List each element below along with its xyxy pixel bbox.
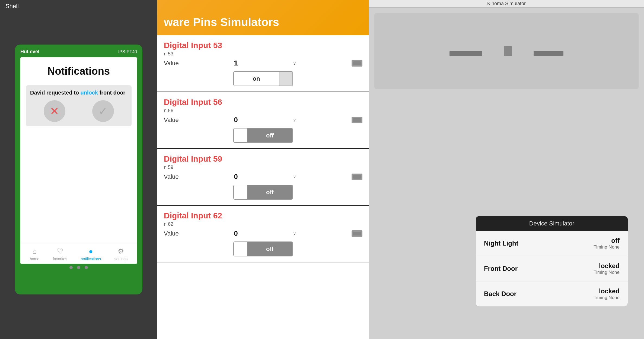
pin-62-title: Digital Input 62 bbox=[164, 211, 362, 220]
middle-panel: ware Pins Simulators Digital Input 53 n … bbox=[157, 0, 369, 339]
nav-item-home[interactable]: ⌂ home bbox=[30, 247, 39, 261]
pin-62-subtitle: n 62 bbox=[164, 221, 362, 227]
chevron-down-icon-53: ∨ bbox=[293, 61, 296, 66]
toggle-switch-56[interactable]: off bbox=[233, 128, 293, 143]
pin-59-title: Digital Input 59 bbox=[164, 154, 362, 164]
notification-card: David requested to unlock front door ✕ ✓ bbox=[26, 85, 132, 126]
sim-row-front-door: Front Door locked Timing None bbox=[476, 256, 628, 281]
toggle-off-label-62: off bbox=[247, 242, 292, 256]
kinoma-bar-group-3 bbox=[534, 51, 563, 56]
pin-59-value-row: Value 0 ∨ bbox=[164, 172, 362, 181]
nav-label-favorites: favorites bbox=[53, 257, 67, 261]
pin-section-53: Digital Input 53 n 53 Value 1 ∨ on bbox=[157, 35, 369, 92]
device-label-right: IPS-PT40 bbox=[118, 49, 137, 54]
nav-item-notifications[interactable]: ● notifications bbox=[81, 247, 101, 261]
chevron-down-icon-59: ∨ bbox=[293, 174, 296, 179]
toggle-switch-53[interactable]: on bbox=[233, 71, 293, 86]
pin-62-value-row: Value 0 ∨ bbox=[164, 229, 362, 238]
device-simulator-header: Device Simulator bbox=[476, 216, 628, 231]
right-title-bar: Kinoma Simulator bbox=[369, 0, 644, 8]
reject-button[interactable]: ✕ bbox=[44, 100, 65, 122]
pins-simulator-title: ware Pins Simulators bbox=[164, 16, 279, 29]
device-screen: Notifications David requested to unlock … bbox=[20, 57, 137, 264]
bottom-dot-3 bbox=[85, 266, 88, 269]
favorites-icon: ♡ bbox=[57, 247, 63, 256]
pins-content: Digital Input 53 n 53 Value 1 ∨ on Digit… bbox=[157, 35, 369, 339]
nav-label-home: home bbox=[30, 257, 39, 261]
pin-toggle-row-62: off bbox=[164, 241, 362, 256]
sim-label-front-door: Front Door bbox=[484, 265, 518, 272]
shell-title: Shell bbox=[5, 3, 19, 10]
notification-actions: ✕ ✓ bbox=[30, 100, 127, 122]
device-outer: HuLevel IPS-PT40 Notifications David req… bbox=[15, 45, 142, 294]
nav-item-favorites[interactable]: ♡ favorites bbox=[53, 247, 67, 261]
chevron-down-icon-62: ∨ bbox=[293, 231, 296, 236]
pin-toggle-icon-62[interactable] bbox=[352, 230, 362, 237]
nav-item-settings[interactable]: ⚙ settings bbox=[114, 247, 127, 261]
kinoma-bars-row bbox=[449, 46, 563, 56]
pin-53-subtitle: n 53 bbox=[164, 51, 362, 57]
sim-timing-front-door: Timing None bbox=[594, 270, 620, 275]
pin-56-title: Digital Input 56 bbox=[164, 98, 362, 107]
toggle-thumb-53 bbox=[279, 72, 292, 86]
pin-53-value-num: 1 bbox=[234, 59, 238, 67]
device-simulator: Device Simulator Night Light off Timing … bbox=[476, 216, 628, 306]
sim-right-front-door: locked Timing None bbox=[594, 262, 620, 275]
pin-toggle-icon-53[interactable] bbox=[352, 60, 362, 67]
sim-right-night-light: off Timing None bbox=[594, 237, 620, 250]
sim-row-back-door: Back Door locked Timing None bbox=[476, 281, 628, 306]
pin-section-62: Digital Input 62 n 62 Value 0 ∨ off bbox=[157, 206, 369, 262]
notification-unlock-word: unlock bbox=[81, 90, 98, 96]
pin-toggle-row-53: on bbox=[164, 71, 362, 86]
pin-59-value-label: Value bbox=[164, 173, 179, 180]
pin-toggle-icon-56[interactable] bbox=[352, 117, 362, 123]
pin-53-value-row: Value 1 ∨ bbox=[164, 59, 362, 67]
bottom-dot-1 bbox=[69, 266, 73, 269]
accept-button[interactable]: ✓ bbox=[92, 100, 114, 122]
toggle-switch-59[interactable]: off bbox=[233, 185, 293, 200]
settings-icon: ⚙ bbox=[118, 247, 124, 256]
pin-56-value-label: Value bbox=[164, 117, 179, 124]
pin-toggle-row-56: off bbox=[164, 128, 362, 143]
toggle-thumb-59 bbox=[234, 185, 247, 199]
phone-nav: ⌂ home ♡ favorites ● notifications ⚙ set… bbox=[20, 243, 137, 264]
notifications-icon: ● bbox=[89, 247, 93, 256]
toggle-off-label-59: off bbox=[247, 185, 292, 199]
kinoma-bump bbox=[504, 46, 512, 56]
pin-53-value-label: Value bbox=[164, 60, 179, 67]
kinoma-bar-group-1 bbox=[449, 51, 482, 56]
device-label-left: HuLevel bbox=[20, 49, 39, 55]
sim-value-front-door: locked bbox=[594, 262, 620, 270]
toggle-switch-62[interactable]: off bbox=[233, 241, 293, 256]
sim-value-back-door: locked bbox=[594, 287, 620, 295]
pin-section-56: Digital Input 56 n 56 Value 0 ∨ off bbox=[157, 92, 369, 149]
notification-text-before: David requested to bbox=[30, 90, 81, 96]
toggle-off-label-56: off bbox=[247, 128, 292, 142]
sim-label-back-door: Back Door bbox=[484, 290, 517, 298]
sim-row-night-light: Night Light off Timing None bbox=[476, 231, 628, 256]
pin-56-value-num: 0 bbox=[234, 116, 238, 124]
notification-text-after: front door bbox=[98, 90, 125, 96]
kinoma-board-visual bbox=[449, 46, 563, 56]
pin-56-value-row: Value 0 ∨ bbox=[164, 116, 362, 124]
sim-timing-night-light: Timing None bbox=[594, 244, 620, 250]
sim-label-night-light: Night Light bbox=[484, 240, 518, 247]
sim-right-back-door: locked Timing None bbox=[594, 287, 620, 300]
pin-62-value-num: 0 bbox=[234, 229, 238, 238]
nav-label-settings: settings bbox=[114, 257, 127, 261]
pin-62-value-label: Value bbox=[164, 230, 179, 237]
kinoma-bar-group-2 bbox=[504, 46, 512, 56]
toggle-on-label-53: on bbox=[234, 72, 279, 86]
middle-header: ware Pins Simulators bbox=[157, 0, 369, 35]
device-simulator-title: Device Simulator bbox=[529, 220, 574, 227]
kinoma-display-area bbox=[374, 13, 639, 89]
pin-59-subtitle: n 59 bbox=[164, 165, 362, 170]
pin-toggle-icon-59[interactable] bbox=[352, 174, 362, 180]
pin-section-59: Digital Input 59 n 59 Value 0 ∨ off bbox=[157, 149, 369, 206]
device-simulator-body: Night Light off Timing None Front Door l… bbox=[476, 231, 628, 306]
right-panel: Kinoma Simulator Dev bbox=[369, 0, 644, 339]
home-icon: ⌂ bbox=[33, 247, 37, 256]
toggle-thumb-56 bbox=[234, 128, 247, 142]
pin-56-subtitle: n 56 bbox=[164, 108, 362, 114]
device-bottom bbox=[18, 264, 139, 270]
